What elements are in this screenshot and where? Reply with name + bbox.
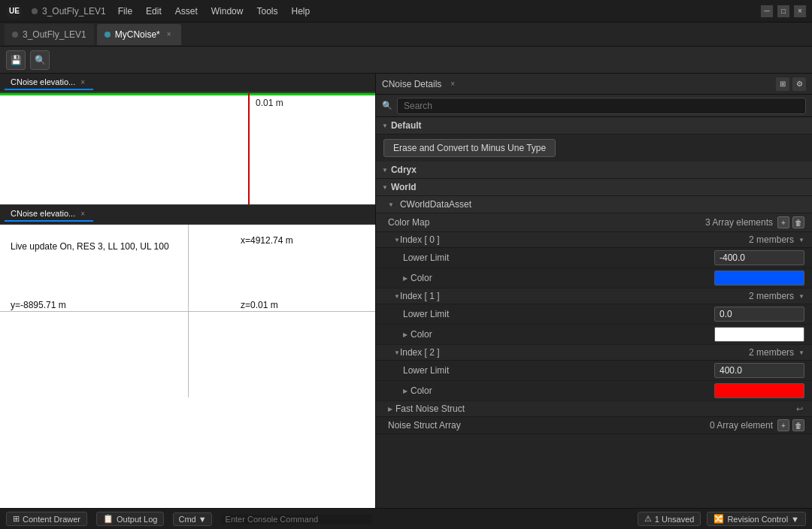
index1-expand: ▼ xyxy=(798,293,804,300)
color1-swatch[interactable] xyxy=(714,327,804,342)
index2-arrow: ▼ xyxy=(394,349,400,356)
lower-limit-2-input[interactable] xyxy=(714,363,804,378)
content-drawer-btn[interactable]: ⊞ Content Drawer xyxy=(6,512,87,526)
section-cdryx[interactable]: ▼ Cdryx xyxy=(376,162,812,179)
browse-button[interactable]: 🔍 xyxy=(30,50,50,70)
color0-label: Color xyxy=(411,273,714,283)
undo-icon[interactable]: ↩ xyxy=(796,404,803,414)
fast-noise-arrow: ▶ xyxy=(388,406,392,413)
details-tab[interactable]: CNoise Details × xyxy=(382,79,455,89)
cdryx-arrow: ▼ xyxy=(382,167,388,174)
default-arrow: ▼ xyxy=(382,122,388,129)
asset-tab[interactable]: MyCNoise* × xyxy=(97,24,181,45)
color0-expand-arrow: ▶ xyxy=(403,275,408,282)
minimize-button[interactable]: ─ xyxy=(761,5,773,17)
world-label: World xyxy=(391,182,417,192)
index1-members: 2 members xyxy=(749,291,794,301)
search-icon: 🔍 xyxy=(382,101,392,110)
viewport-bottom-tab-item[interactable]: CNoise elevatio... × xyxy=(5,207,93,222)
noise-struct-row: Noise Struct Array 0 Array element + 🗑 xyxy=(376,417,812,434)
world-data-asset-header[interactable]: ▼ CWorldDataAsset xyxy=(376,196,812,213)
wda-arrow: ▼ xyxy=(388,201,394,208)
details-header: CNoise Details × ⊞ ⚙ xyxy=(376,74,812,95)
lower-limit-2-row: Lower Limit xyxy=(376,361,812,381)
viewport-bottom-close[interactable]: × xyxy=(78,209,87,219)
lower-limit-1-input[interactable] xyxy=(714,307,804,322)
viewport-bottom-inner: Live update On, RES 3, LL 100, UL 100 y=… xyxy=(0,225,375,398)
menu-file[interactable]: File xyxy=(112,4,138,19)
save-button[interactable]: 💾 xyxy=(6,50,26,70)
revision-icon: 🔀 xyxy=(714,514,724,524)
output-log-btn[interactable]: 📋 Output Log xyxy=(96,512,164,526)
noise-struct-name: Noise Struct Array xyxy=(388,420,710,431)
index0-name: Index [ 0 ] xyxy=(400,234,749,245)
color-map-count: 3 Array elements xyxy=(705,217,773,228)
content-drawer-label: Content Drawer xyxy=(23,515,80,524)
viewport-top: 0.01 m xyxy=(0,93,375,205)
details-close[interactable]: × xyxy=(450,80,455,88)
index-0-header[interactable]: ▼ Index [ 0 ] 2 members ▼ xyxy=(376,232,812,248)
color-map-header[interactable]: Color Map 3 Array elements + 🗑 xyxy=(376,213,812,232)
project-tab-dot xyxy=(12,32,18,38)
title-bar-right: ─ □ × xyxy=(761,5,806,17)
panel-settings-icon[interactable]: ⚙ xyxy=(792,77,806,91)
array-del-btn[interactable]: 🗑 xyxy=(792,216,804,228)
index2-name: Index [ 2 ] xyxy=(400,347,749,358)
lower-limit-0-input[interactable] xyxy=(714,250,804,265)
section-default[interactable]: ▼ Default xyxy=(376,117,812,135)
viewport-bottom-tab: CNoise elevatio... × xyxy=(0,205,375,225)
color0-swatch[interactable] xyxy=(714,271,804,286)
title-bar: UE 3_OutFly_LEV1 File Edit Asset Window … xyxy=(0,0,812,23)
section-world[interactable]: ▼ World xyxy=(376,179,812,196)
details-panel-icons: ⊞ ⚙ xyxy=(776,77,806,91)
array-add-btn[interactable]: + xyxy=(777,216,789,228)
asset-tab-close[interactable]: × xyxy=(165,29,174,39)
array-btns: + 🗑 xyxy=(777,216,804,228)
fast-noise-row[interactable]: ▶ Fast Noise Struct ↩ xyxy=(376,401,812,417)
viewport-top-close[interactable]: × xyxy=(78,77,87,87)
wda-label: CWorldDataAsset xyxy=(400,199,471,210)
index-1-header[interactable]: ▼ Index [ 1 ] 2 members ▼ xyxy=(376,289,812,304)
lower-limit-1-row: Lower Limit xyxy=(376,304,812,325)
status-bar: ⊞ Content Drawer 📋 Output Log Cmd ▼ ⚠ 1 … xyxy=(0,508,812,529)
revision-control-btn[interactable]: 🔀 Revision Control ▼ xyxy=(707,512,806,526)
erase-button[interactable]: Erase and Convert to Minus Une Type xyxy=(383,139,556,157)
menu-asset[interactable]: Asset xyxy=(169,4,204,19)
revision-label: Revision Control xyxy=(727,515,788,524)
viewport-bottom-tab-label: CNoise elevatio... xyxy=(11,209,75,218)
index1-arrow: ▼ xyxy=(394,293,400,300)
project-tab[interactable]: 3_OutFly_LEV1 xyxy=(5,24,94,45)
main-area: CNoise elevatio... × 0.01 m CNoise eleva… xyxy=(0,74,812,508)
revision-arrow: ▼ xyxy=(791,515,799,524)
search-input[interactable] xyxy=(397,98,806,114)
noise-array-del-btn[interactable]: 🗑 xyxy=(792,419,804,431)
button-row: Erase and Convert to Minus Une Type xyxy=(376,135,812,162)
title-bar-left: UE 3_OutFly_LEV1 File Edit Asset Window … xyxy=(6,3,316,20)
console-input[interactable] xyxy=(221,515,371,524)
panel-grid-icon[interactable]: ⊞ xyxy=(776,77,789,91)
menu-window[interactable]: Window xyxy=(205,4,250,19)
close-button[interactable]: × xyxy=(794,5,806,17)
viewport-top-tab-item[interactable]: CNoise elevatio... × xyxy=(5,76,93,90)
menu-tools[interactable]: Tools xyxy=(250,4,283,19)
viewport-extra xyxy=(0,398,375,509)
green-line xyxy=(0,93,375,95)
menu-bar: File Edit Asset Window Tools Help xyxy=(112,4,316,19)
noise-array-btns: + 🗑 xyxy=(777,419,804,431)
ue-logo: UE xyxy=(6,3,23,20)
noise-array-add-btn[interactable]: + xyxy=(777,419,789,431)
viewport-top-tab-label: CNoise elevatio... xyxy=(11,77,75,86)
menu-help[interactable]: Help xyxy=(285,4,316,19)
color1-expand-arrow: ▶ xyxy=(403,331,408,338)
maximize-button[interactable]: □ xyxy=(777,5,789,17)
cmd-btn[interactable]: Cmd ▼ xyxy=(173,512,211,526)
unsaved-btn[interactable]: ⚠ 1 Unsaved xyxy=(638,512,701,526)
index2-members: 2 members xyxy=(749,347,794,358)
coord-x: x=4912.74 m xyxy=(241,235,293,246)
index-2-header[interactable]: ▼ Index [ 2 ] 2 members ▼ xyxy=(376,345,812,361)
output-log-icon: 📋 xyxy=(103,514,114,524)
color2-swatch[interactable] xyxy=(714,383,804,398)
world-arrow: ▼ xyxy=(382,184,388,191)
menu-edit[interactable]: Edit xyxy=(140,4,168,19)
coord-label-top: 0.01 m xyxy=(256,98,283,108)
